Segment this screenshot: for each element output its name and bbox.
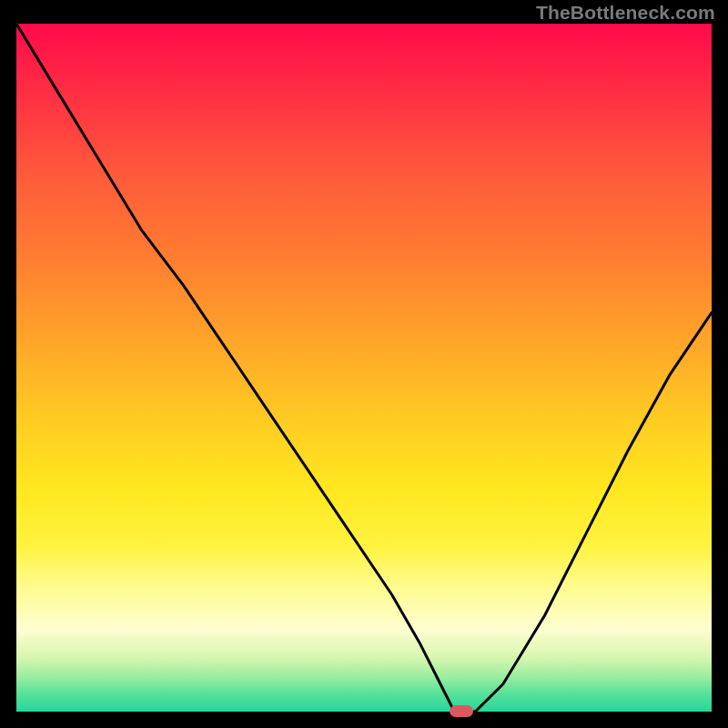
chart-frame: TheBottleneck.com bbox=[0, 0, 728, 728]
optimum-marker bbox=[450, 705, 473, 717]
plot-area bbox=[16, 24, 712, 712]
bottleneck-curve bbox=[16, 24, 712, 712]
watermark-text: TheBottleneck.com bbox=[536, 2, 715, 24]
